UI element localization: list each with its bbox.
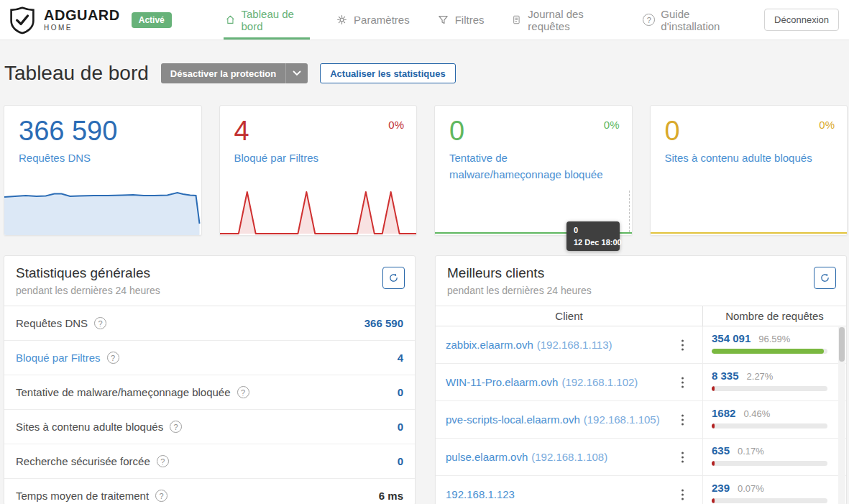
stat-row-blocked-filters: Bloqué par Filtres 4 (4, 341, 415, 375)
panel-header: Meilleurs clients pendant les dernières … (436, 256, 846, 306)
nav-label: Paramètres (354, 14, 410, 26)
request-bar (712, 423, 715, 429)
brand-name: ADGUARD (44, 8, 120, 22)
shield-logo-icon (7, 5, 37, 35)
help-tooltip-icon[interactable] (237, 386, 249, 398)
nav-tab-filters[interactable]: Filtres (436, 0, 486, 40)
adult-sites-sparkline[interactable] (651, 232, 848, 234)
card-label-link[interactable]: Bloqué par Filtres (234, 150, 403, 166)
disable-protection-button[interactable]: Désactiver la protection (161, 63, 285, 83)
blocked-filters-sparkline[interactable] (220, 191, 417, 235)
stat-value: 0 (398, 455, 403, 467)
client-ip: (192.168.1.105) (584, 413, 660, 426)
request-percent: 96.59% (758, 334, 790, 344)
tooltip-value: 0 (574, 226, 620, 234)
kebab-menu-icon[interactable] (679, 487, 686, 502)
help-tooltip-icon[interactable] (155, 490, 167, 502)
column-header-count[interactable]: Nombre de requêtes (703, 306, 846, 326)
client-row: WIN-11-Pro.elaarm.ovh(192.168.1.102) 8 3… (436, 364, 846, 401)
request-bar (712, 498, 715, 503)
kebab-menu-icon[interactable] (679, 375, 686, 390)
filter-icon (437, 14, 449, 26)
card-percent: 0% (604, 119, 620, 131)
request-bar (712, 461, 715, 466)
request-bar-track (712, 423, 827, 429)
request-count: 354 091 (712, 332, 751, 344)
card-label-link[interactable]: Requêtes DNS (19, 150, 187, 166)
request-percent: 0.17% (738, 446, 764, 457)
stat-row-dns-queries: Requêtes DNS 366 590 (4, 306, 415, 341)
client-ip: (192.168.1.102) (561, 376, 638, 388)
tooltip-timestamp: 12 Dec 18:00 (574, 238, 620, 247)
main-nav: Tableau de bord Paramètres Filtres Journ… (224, 0, 764, 40)
help-tooltip-icon[interactable] (94, 317, 106, 329)
client-ip: (192.168.1.113) (537, 339, 612, 351)
stat-label: Sites à contenu adulte bloqués (16, 421, 163, 433)
panel-subtitle: pendant les dernières 24 heures (16, 285, 403, 296)
refresh-icon (388, 272, 399, 283)
request-percent: 0.07% (738, 483, 764, 494)
stat-value: 4 (398, 352, 403, 364)
scrollbar-thumb[interactable] (839, 327, 845, 362)
request-bar-track (712, 498, 827, 503)
kebab-menu-icon[interactable] (679, 412, 686, 427)
dns-queries-sparkline[interactable] (4, 191, 201, 235)
card-percent: 0% (388, 119, 404, 131)
card-percent: 0% (819, 119, 835, 131)
panel-header: Statistiques générales pendant les derni… (4, 256, 415, 306)
client-row: 192.168.1.123 2390.07% (436, 476, 846, 504)
chart-crosshair-line (629, 191, 630, 232)
page-head: Tableau de bord Désactiver la protection… (4, 62, 456, 85)
client-link[interactable]: pve-scripts-local.elaarm.ovh(192.168.1.1… (446, 413, 660, 426)
card-label-link[interactable]: Tentative de malware/hameçonnage bloquée (449, 150, 618, 183)
stat-row-malware-blocked: Tentative de malware/hameçonnage bloquée… (4, 375, 415, 410)
refresh-statistics-button[interactable]: Actualiser les statistiques (320, 63, 455, 83)
gear-icon (336, 14, 348, 26)
column-header-client[interactable]: Client (436, 306, 703, 326)
refresh-panel-button[interactable] (814, 267, 836, 289)
request-count: 1682 (712, 407, 735, 419)
help-tooltip-icon[interactable] (157, 455, 169, 467)
nav-label: Guide d'installation (661, 8, 738, 32)
brand-text: ADGUARD HOME (44, 8, 120, 32)
nav-tab-setup-guide[interactable]: Guide d'installation (641, 0, 740, 40)
request-bar (712, 349, 824, 354)
stat-label-link[interactable]: Bloqué par Filtres (16, 352, 101, 364)
request-percent: 2.27% (747, 371, 774, 382)
nav-label: Journal des requêtes (528, 8, 615, 32)
client-link[interactable]: pulse.elaarm.ovh(192.168.1.108) (446, 451, 607, 463)
stat-label: Tentative de malware/hameçonnage bloquée (16, 386, 231, 398)
adguard-logo: ADGUARD HOME (7, 5, 120, 35)
refresh-panel-button[interactable] (382, 267, 405, 289)
stat-value: 0 (398, 386, 403, 398)
nav-tab-dashboard[interactable]: Tableau de bord (224, 0, 310, 40)
panel-subtitle: pendant les dernières 24 heures (447, 285, 835, 296)
request-count: 635 (712, 444, 730, 457)
request-percent: 0.46% (743, 408, 770, 419)
kebab-menu-icon[interactable] (679, 449, 686, 464)
table-scrollbar[interactable] (838, 327, 845, 504)
stat-value: 366 590 (364, 317, 403, 329)
stat-label: Requêtes DNS (16, 317, 88, 329)
stat-value: 6 ms (379, 490, 403, 502)
help-tooltip-icon[interactable] (170, 421, 182, 433)
nav-tab-query-log[interactable]: Journal des requêtes (510, 0, 617, 40)
card-label-link[interactable]: Sites à contenu adulte bloqués (665, 150, 833, 166)
top-clients-panel: Meilleurs clients pendant les dernières … (435, 255, 847, 504)
kebab-menu-icon[interactable] (679, 337, 686, 352)
panel-title: Meilleurs clients (447, 265, 835, 281)
stat-label: Recherche sécurisée forcée (16, 455, 150, 467)
logout-button[interactable]: Déconnexion (764, 9, 839, 31)
help-tooltip-icon[interactable] (107, 352, 119, 364)
client-row: pve-scripts-local.elaarm.ovh(192.168.1.1… (436, 401, 846, 439)
request-bar-track (712, 386, 827, 391)
client-link[interactable]: WIN-11-Pro.elaarm.ovh(192.168.1.102) (446, 376, 638, 388)
help-icon (643, 14, 655, 26)
stat-cards-row: 366 590 Requêtes DNS 0% 4 Bloqué par Fil… (4, 105, 848, 236)
brand-subtitle: HOME (44, 24, 120, 32)
clients-table-header: Client Nombre de requêtes (436, 306, 846, 326)
client-link[interactable]: 192.168.1.123 (446, 488, 518, 500)
nav-tab-settings[interactable]: Paramètres (334, 0, 411, 40)
disable-protection-caret-button[interactable] (285, 63, 308, 83)
client-link[interactable]: zabbix.elaarm.ovh(192.168.1.113) (446, 339, 612, 351)
